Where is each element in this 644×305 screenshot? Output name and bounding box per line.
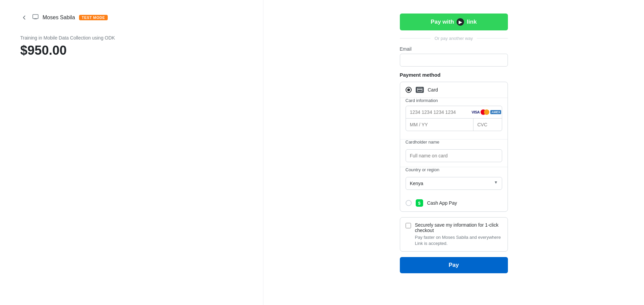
card-icon (416, 87, 424, 93)
mastercard-icon (481, 109, 489, 115)
divider-line-right (477, 38, 508, 39)
svg-rect-2 (417, 89, 422, 90)
card-details-section: Card information VISA AMEX (400, 98, 508, 139)
expiry-input[interactable] (406, 119, 473, 131)
divider-text: Or pay another way (435, 36, 473, 41)
card-brands: VISA AMEX JCB (472, 109, 502, 115)
link-bolt-icon: ▶ (457, 18, 464, 26)
cash-app-icon: $ (416, 199, 423, 207)
country-label: Country or region (406, 167, 502, 172)
save-info-desc: Pay faster on Moses Sabila and everywher… (415, 234, 502, 247)
card-number-row: VISA AMEX JCB (406, 106, 502, 119)
country-select[interactable]: Kenya Uganda Tanzania United States (406, 177, 502, 190)
or-divider: Or pay another way (400, 36, 508, 41)
payment-method-label: Payment method (400, 72, 508, 78)
pay-with-link-button[interactable]: Pay with ▶ link (400, 14, 508, 30)
back-arrow-icon (22, 15, 27, 20)
amex-icon: AMEX (490, 110, 501, 114)
cash-app-label: Cash App Pay (427, 200, 457, 206)
card-number-input[interactable] (410, 109, 469, 115)
cvc-input[interactable] (478, 122, 502, 127)
device-icon (32, 14, 38, 21)
card-radio[interactable] (406, 87, 412, 93)
payment-options-box: Card Card information VISA (400, 82, 508, 212)
card-option-label: Card (428, 87, 438, 93)
link-label: link (467, 19, 476, 25)
country-wrapper: Kenya Uganda Tanzania United States ▼ (406, 175, 502, 190)
email-label: Email (400, 46, 508, 52)
link-logo-icon: ▶ (457, 18, 464, 26)
save-info-checkbox[interactable] (406, 223, 411, 228)
product-title: Training in Mobile Data Collection using… (20, 35, 243, 41)
visa-icon: VISA (472, 110, 480, 114)
pay-button[interactable]: Pay (400, 257, 508, 273)
cardholder-input[interactable] (406, 149, 502, 162)
save-info-box: Securely save my information for 1-click… (400, 217, 508, 252)
product-price: $950.00 (20, 43, 243, 58)
cardholder-label: Cardholder name (406, 139, 502, 145)
back-button[interactable] (20, 14, 28, 22)
cash-app-option[interactable]: $ Cash App Pay (400, 195, 508, 211)
country-section: Country or region Kenya Uganda Tanzania … (400, 167, 508, 195)
card-option[interactable]: Card (400, 82, 508, 98)
card-expiry-cvc-row (406, 119, 502, 131)
card-info-label: Card information (406, 98, 502, 103)
merchant-name: Moses Sabila (43, 15, 75, 21)
card-info-box: VISA AMEX JCB (406, 106, 502, 131)
cash-app-radio[interactable] (406, 200, 412, 206)
test-mode-badge: TEST MODE (79, 15, 108, 20)
email-input[interactable] (400, 54, 508, 67)
save-info-text: Securely save my information for 1-click… (415, 222, 502, 247)
divider-line-left (400, 38, 431, 39)
cvc-wrapper (473, 119, 502, 131)
save-info-title: Securely save my information for 1-click… (415, 222, 502, 233)
pay-with-label: Pay with (431, 19, 454, 25)
cardholder-section: Cardholder name (400, 139, 508, 167)
svg-rect-0 (33, 15, 38, 19)
